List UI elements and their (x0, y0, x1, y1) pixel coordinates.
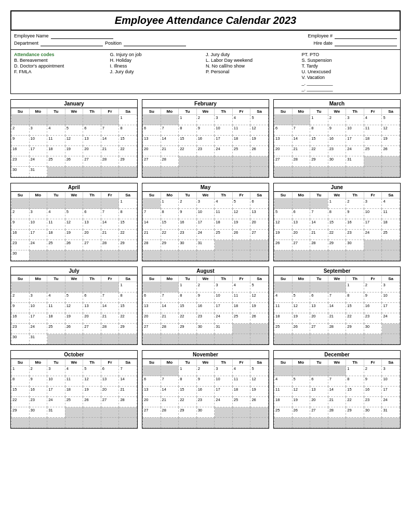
calendar-day[interactable]: 3 (29, 209, 47, 219)
calendar-day[interactable]: 29 (310, 156, 328, 167)
calendar-day[interactable]: 2 (196, 115, 215, 125)
calendar-day[interactable]: 6 (83, 209, 101, 219)
calendar-day[interactable] (250, 167, 269, 177)
calendar-day[interactable]: 20 (274, 146, 293, 156)
calendar-day[interactable] (179, 156, 197, 167)
calendar-day[interactable]: 12 (65, 136, 83, 146)
calendar-day[interactable] (382, 167, 400, 177)
calendar-day[interactable]: 24 (382, 313, 400, 324)
calendar-day[interactable]: 19 (382, 136, 400, 146)
calendar-day[interactable]: 5 (65, 125, 83, 136)
calendar-day[interactable] (274, 418, 293, 428)
calendar-day[interactable] (382, 418, 400, 428)
calendar-day[interactable]: 10 (382, 292, 400, 303)
calendar-day[interactable]: 12 (250, 376, 269, 387)
calendar-day[interactable]: 29 (119, 156, 137, 167)
calendar-day[interactable]: 4 (274, 376, 293, 387)
calendar-day[interactable] (29, 250, 47, 261)
calendar-day[interactable] (47, 198, 65, 209)
calendar-day[interactable] (232, 324, 250, 334)
calendar-day[interactable]: 8 (161, 209, 179, 219)
calendar-day[interactable]: 6 (83, 125, 101, 136)
calendar-day[interactable]: 9 (11, 303, 30, 313)
calendar-day[interactable]: 14 (328, 387, 346, 397)
calendar-day[interactable]: 18 (215, 219, 233, 230)
calendar-day[interactable]: 4 (65, 366, 83, 376)
calendar-day[interactable]: 15 (310, 136, 328, 146)
calendar-day[interactable] (274, 282, 293, 292)
calendar-day[interactable] (215, 407, 233, 418)
calendar-day[interactable]: 15 (119, 303, 137, 313)
calendar-day[interactable]: 19 (83, 387, 101, 397)
calendar-day[interactable]: 6 (310, 376, 328, 387)
calendar-day[interactable] (179, 167, 197, 177)
calendar-day[interactable]: 1 (11, 366, 30, 376)
calendar-day[interactable]: 3 (382, 366, 400, 376)
calendar-day[interactable]: 15 (346, 303, 364, 313)
calendar-day[interactable]: 12 (382, 125, 400, 136)
calendar-day[interactable]: 26 (65, 156, 83, 167)
calendar-day[interactable]: 2 (346, 198, 364, 209)
calendar-day[interactable]: 16 (196, 303, 215, 313)
calendar-day[interactable]: 21 (101, 146, 119, 156)
calendar-day[interactable]: 28 (101, 324, 119, 334)
calendar-day[interactable]: 31 (29, 334, 47, 344)
calendar-day[interactable]: 22 (119, 313, 137, 324)
calendar-day[interactable]: 11 (232, 292, 250, 303)
calendar-day[interactable]: 17 (215, 303, 233, 313)
calendar-day[interactable]: 3 (346, 115, 364, 125)
calendar-day[interactable]: 21 (328, 397, 346, 407)
calendar-day[interactable]: 20 (83, 230, 101, 240)
calendar-day[interactable]: 29 (161, 240, 179, 250)
calendar-day[interactable]: 6 (292, 209, 310, 219)
calendar-day[interactable]: 4 (232, 115, 250, 125)
calendar-day[interactable]: 15 (179, 387, 197, 397)
calendar-day[interactable]: 18 (382, 219, 400, 230)
calendar-day[interactable]: 14 (119, 376, 137, 387)
calendar-day[interactable]: 13 (250, 209, 269, 219)
calendar-day[interactable]: 19 (292, 397, 310, 407)
calendar-day[interactable]: 23 (11, 156, 30, 167)
calendar-day[interactable] (292, 366, 310, 376)
calendar-day[interactable]: 5 (250, 282, 269, 292)
calendar-day[interactable]: 26 (65, 324, 83, 334)
calendar-day[interactable] (65, 198, 83, 209)
calendar-day[interactable]: 2 (29, 366, 47, 376)
calendar-day[interactable]: 3 (382, 282, 400, 292)
calendar-day[interactable]: 25 (364, 146, 382, 156)
calendar-day[interactable]: 23 (196, 146, 215, 156)
calendar-day[interactable]: 14 (161, 136, 179, 146)
calendar-day[interactable]: 31 (382, 407, 400, 418)
calendar-day[interactable]: 19 (250, 303, 269, 313)
calendar-day[interactable]: 21 (310, 230, 328, 240)
calendar-day[interactable]: 30 (11, 334, 30, 344)
calendar-day[interactable]: 1 (310, 115, 328, 125)
calendar-day[interactable]: 23 (196, 397, 215, 407)
calendar-day[interactable]: 20 (143, 313, 161, 324)
calendar-day[interactable]: 15 (179, 303, 197, 313)
calendar-day[interactable]: 24 (215, 397, 233, 407)
calendar-day[interactable]: 16 (364, 387, 382, 397)
calendar-day[interactable] (310, 418, 328, 428)
calendar-day[interactable]: 19 (65, 230, 83, 240)
calendar-day[interactable] (382, 324, 400, 334)
calendar-day[interactable]: 31 (196, 240, 215, 250)
calendar-day[interactable]: 14 (328, 303, 346, 313)
calendar-day[interactable] (196, 250, 215, 261)
calendar-day[interactable] (382, 240, 400, 250)
calendar-day[interactable]: 20 (83, 146, 101, 156)
calendar-day[interactable]: 27 (143, 324, 161, 334)
calendar-day[interactable]: 15 (346, 387, 364, 397)
calendar-day[interactable]: 18 (232, 303, 250, 313)
calendar-day[interactable]: 2 (364, 282, 382, 292)
calendar-day[interactable]: 25 (215, 230, 233, 240)
calendar-day[interactable] (11, 282, 30, 292)
calendar-day[interactable]: 7 (101, 125, 119, 136)
calendar-day[interactable]: 17 (346, 136, 364, 146)
calendar-day[interactable] (65, 167, 83, 177)
calendar-day[interactable]: 25 (47, 324, 65, 334)
calendar-day[interactable]: 25 (274, 324, 293, 334)
calendar-day[interactable]: 25 (47, 156, 65, 167)
calendar-day[interactable]: 8 (11, 376, 30, 387)
calendar-day[interactable]: 22 (346, 397, 364, 407)
